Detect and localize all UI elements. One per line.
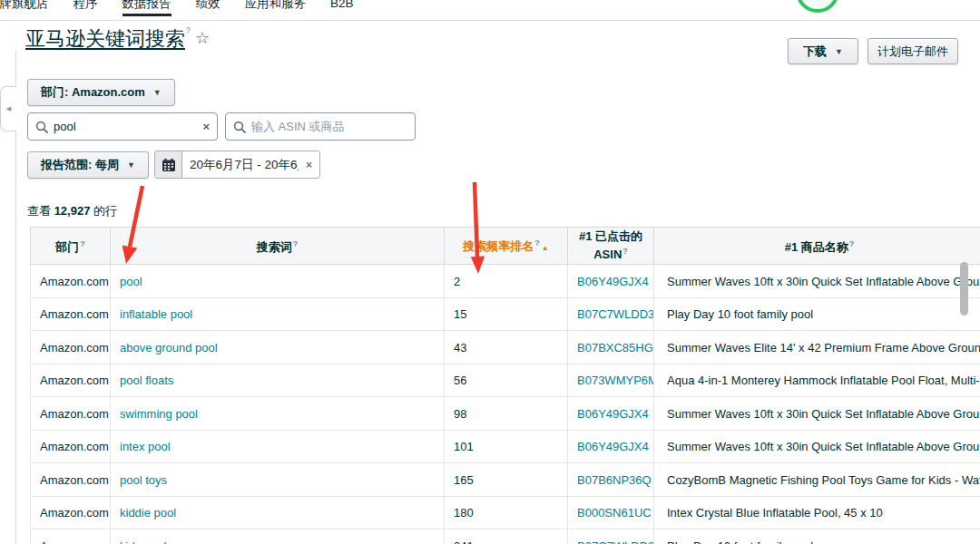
calendar-icon — [162, 158, 176, 172]
help-icon[interactable]: ? — [622, 247, 628, 256]
table-body: Amazon.com pool 2 B06Y49GJX4 Summer Wave… — [31, 265, 980, 544]
keyword-search-input[interactable] — [54, 120, 197, 133]
table-row: Amazon.com swimming pool 98 B06Y49GJX4 S… — [31, 397, 980, 431]
col-header-top-clicked-asin[interactable]: #1 已点击的 ASIN? — [568, 228, 654, 265]
col-label: #1 商品名称 — [785, 240, 848, 254]
report-range-label: 报告范围: 每周 — [41, 157, 119, 173]
asin-search-box — [225, 112, 416, 141]
favorite-star-icon[interactable]: ☆ — [195, 28, 210, 48]
asin-link[interactable]: B07C7WLDD3 — [577, 539, 654, 544]
search-term-link[interactable]: intex pool — [120, 440, 171, 453]
help-icon[interactable]: ? — [849, 239, 855, 248]
col-label: 部门 — [55, 240, 79, 254]
asin-search-input[interactable] — [251, 120, 407, 133]
cell-rank: 15 — [445, 297, 568, 331]
download-button[interactable]: 下载 ▼ — [788, 38, 858, 64]
schedule-email-button[interactable]: 计划电子邮件 — [867, 38, 958, 64]
top-navigation: 品牌旗舰店 程序 数据报告 绩效 应用和服务 B2B — [0, 0, 354, 16]
clear-date-icon[interactable]: × — [299, 151, 319, 178]
cell-department: Amazon.com — [31, 331, 111, 364]
col-label: 搜索频率排名 — [463, 239, 534, 253]
col-header-top-product-name[interactable]: #1 商品名称? — [654, 228, 980, 265]
search-icon — [233, 121, 246, 133]
cell-rank: 241 — [445, 529, 568, 544]
help-icon[interactable]: ? — [293, 239, 299, 248]
search-term-link[interactable]: kiddie pool — [120, 506, 176, 520]
search-term-link[interactable]: inflatable pool — [120, 307, 192, 321]
col-label: 搜索词 — [257, 240, 292, 254]
asin-link[interactable]: B07B6NP36Q — [577, 473, 652, 487]
cell-product: Summer Waves 10ft x 30in Quick Set Infla… — [654, 397, 980, 431]
help-icon[interactable]: ? — [186, 25, 191, 34]
col-header-search-term[interactable]: 搜索词? — [111, 228, 445, 265]
search-term-link[interactable]: pool floats — [120, 374, 173, 387]
nav-divider — [0, 20, 980, 21]
search-term-link[interactable]: pool — [120, 275, 142, 288]
download-label: 下载 — [803, 44, 827, 60]
cell-department: Amazon.com — [31, 364, 111, 397]
row-count-summary: 查看 12,927 的行 — [27, 203, 117, 219]
cell-department: Amazon.com — [31, 529, 111, 544]
summary-prefix: 查看 — [27, 204, 54, 218]
vertical-scrollbar-thumb[interactable] — [960, 262, 968, 316]
cell-product: Summer Waves Elite 14' x 42 Premium Fram… — [654, 331, 980, 364]
asin-link[interactable]: B07C7WLDD3 — [577, 307, 654, 321]
department-dropdown[interactable]: 部门: Amazon.com ▼ — [27, 79, 175, 106]
nav-item-performance[interactable]: 绩效 — [196, 0, 220, 16]
keyword-search-box: × — [27, 112, 218, 141]
nav-item-reports[interactable]: 数据报告 — [122, 0, 172, 16]
asin-link[interactable]: B07BXC85HG — [577, 341, 653, 355]
date-range-picker: 20年6月7日 - 20年6月13日 × — [154, 151, 320, 179]
nav-item-apps-services[interactable]: 应用和服务 — [245, 0, 307, 16]
table-header-row: 部门? 搜索词? 搜索频率排名?▲ #1 已点击的 ASIN? #1 商品名称? — [31, 228, 980, 265]
report-range-dropdown[interactable]: 报告范围: 每周 ▼ — [27, 151, 149, 179]
cell-rank: 43 — [445, 331, 568, 364]
cell-product: Intex Crystal Blue Inflatable Pool, 45 x… — [654, 496, 980, 529]
col-header-search-frequency-rank[interactable]: 搜索频率排名?▲ — [445, 228, 568, 265]
col-header-department[interactable]: 部门? — [31, 228, 111, 265]
cell-rank: 101 — [445, 430, 568, 463]
cell-rank: 98 — [445, 397, 568, 431]
asin-link[interactable]: B06Y49GJX4 — [577, 440, 649, 453]
cell-department: Amazon.com — [31, 297, 111, 331]
cell-product: Play Day 10 foot family pool — [654, 529, 980, 544]
asin-link[interactable]: B06Y49GJX4 — [577, 275, 649, 288]
cell-department: Amazon.com — [31, 265, 111, 298]
status-ring-icon — [796, 0, 839, 13]
schedule-email-label: 计划电子邮件 — [877, 44, 948, 60]
chevron-down-icon: ▼ — [127, 160, 135, 170]
nav-item-programs[interactable]: 程序 — [74, 0, 98, 16]
collapse-panel-handle[interactable]: ◀ — [0, 86, 16, 131]
asin-link[interactable]: B073WMYP6M — [577, 374, 654, 387]
search-term-link[interactable]: kids pool — [120, 539, 166, 544]
nav-item-b2b[interactable]: B2B — [330, 0, 354, 16]
asin-link[interactable]: B000SN61UC — [577, 506, 652, 520]
search-term-link[interactable]: above ground pool — [120, 341, 218, 355]
page-title: 亚马逊关键词搜索 — [25, 25, 185, 53]
help-icon[interactable]: ? — [534, 238, 540, 248]
chevron-left-icon: ◀ — [6, 105, 11, 112]
chevron-down-icon: ▼ — [153, 88, 162, 97]
department-label: 部门: Amazon.com — [41, 84, 145, 101]
calendar-button[interactable] — [155, 151, 182, 178]
cell-product: CozyBomB Magnetic Fishing Pool Toys Game… — [654, 463, 980, 497]
cell-rank: 180 — [445, 496, 568, 529]
sort-asc-icon[interactable]: ▲ — [542, 244, 549, 252]
col-label: #1 已点击的 ASIN — [579, 229, 642, 261]
cell-product: Aqua 4-in-1 Monterey Hammock Inflatable … — [654, 364, 980, 397]
table-row: Amazon.com pool 2 B06Y49GJX4 Summer Wave… — [31, 265, 980, 298]
date-range-value[interactable]: 20年6月7日 - 20年6月13日 — [182, 151, 299, 178]
nav-item-brand-store[interactable]: 品牌旗舰店 — [0, 0, 49, 16]
search-term-link[interactable]: swimming pool — [120, 407, 198, 421]
keyword-table: 部门? 搜索词? 搜索频率排名?▲ #1 已点击的 ASIN? #1 商品名称?… — [30, 227, 980, 544]
table-row: Amazon.com kids pool 241 B07C7WLDD3 Play… — [31, 529, 980, 544]
clear-search-icon[interactable]: × — [202, 120, 210, 133]
help-icon[interactable]: ? — [80, 239, 85, 248]
cell-rank: 2 — [445, 265, 568, 298]
table-row: Amazon.com pool floats 56 B073WMYP6M Aqu… — [31, 364, 980, 397]
asin-link[interactable]: B06Y49GJX4 — [577, 407, 649, 421]
cell-rank: 56 — [445, 364, 568, 397]
cell-rank: 165 — [445, 463, 568, 497]
table-row: Amazon.com inflatable pool 15 B07C7WLDD3… — [31, 297, 980, 331]
search-term-link[interactable]: pool toys — [120, 473, 167, 487]
